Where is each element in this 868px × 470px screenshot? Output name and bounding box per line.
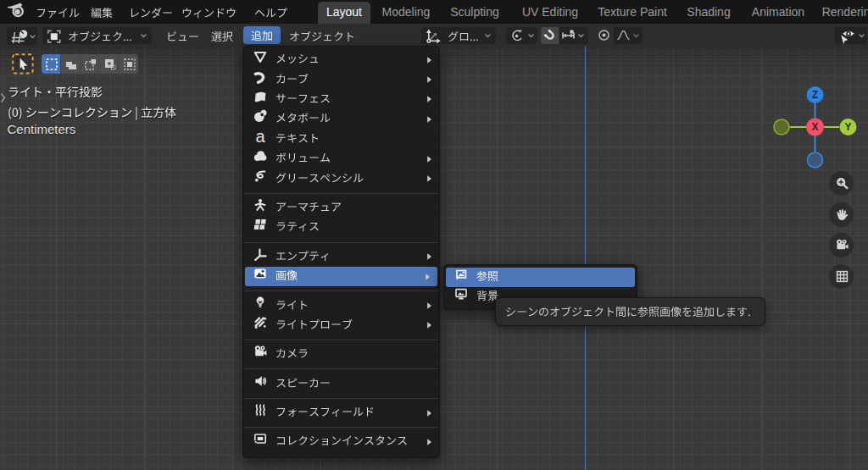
svg-text:a: a: [255, 130, 265, 143]
svg-text:X: X: [811, 121, 818, 133]
svg-text:Y: Y: [844, 121, 851, 133]
svg-text:Z: Z: [812, 89, 818, 101]
